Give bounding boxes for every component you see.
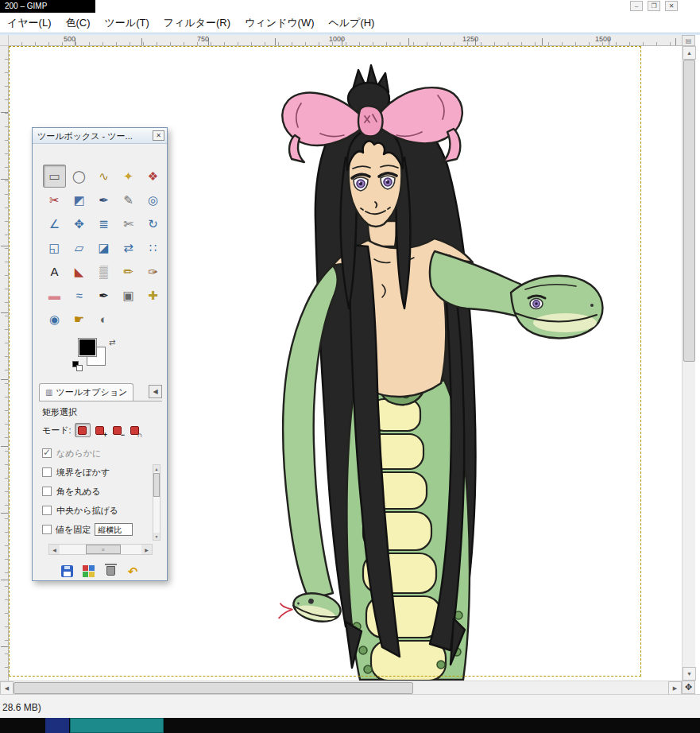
ink-tool[interactable]: ✒ <box>92 284 115 307</box>
scroll-up-button[interactable]: ▲ <box>683 46 696 60</box>
shear-tool[interactable]: ▱ <box>68 236 91 259</box>
menu-item[interactable]: ツール(T) <box>98 14 157 33</box>
tool-icon: ✑ <box>148 266 158 277</box>
minimize-button[interactable]: – <box>630 1 643 11</box>
taskbar-item[interactable] <box>70 718 164 733</box>
scroll-up-button[interactable]: ▲ <box>153 465 160 472</box>
vertical-scrollbar[interactable]: ▲ ▼ <box>682 46 695 681</box>
vertical-scroll-thumb[interactable] <box>683 60 695 362</box>
flip-tool[interactable]: ⇄ <box>117 236 140 259</box>
paths-tool[interactable]: ✒ <box>92 188 115 211</box>
dock-collapse-button[interactable]: ◀ <box>149 385 162 398</box>
close-button[interactable]: ✕ <box>665 1 678 11</box>
eraser-tool[interactable]: ▬ <box>43 284 66 307</box>
tab-tool-options[interactable]: ▥ ツールオプション <box>39 383 133 401</box>
clone-tool[interactable]: ▣ <box>117 284 140 307</box>
cage-transform-tool[interactable]: ∷ <box>141 236 164 259</box>
blur-tool[interactable]: ◉ <box>43 308 66 331</box>
checkbox[interactable] <box>42 487 52 496</box>
default-colors-icon[interactable] <box>72 361 83 371</box>
perspective-tool[interactable]: ◪ <box>92 236 115 259</box>
crop-tool[interactable]: ✄ <box>117 212 140 235</box>
fixed-checkbox[interactable] <box>42 525 52 534</box>
restore-button[interactable]: ❐ <box>648 1 660 11</box>
toolbox-close-button[interactable]: ✕ <box>153 130 164 141</box>
vertical-ruler[interactable] <box>0 46 9 681</box>
options-scroll-thumb[interactable] <box>153 473 160 497</box>
move-tool[interactable]: ✥ <box>68 212 91 235</box>
taskbar-item[interactable] <box>45 718 69 733</box>
delete-options-button[interactable] <box>102 563 119 579</box>
menu-item[interactable]: ヘルプ(H) <box>321 14 381 33</box>
rotate-tool[interactable]: ↻ <box>141 212 164 235</box>
bucket-fill-tool[interactable]: ◣ <box>68 260 91 283</box>
options-vertical-scrollbar[interactable]: ▲ ▼ <box>153 464 160 541</box>
free-select-tool[interactable]: ∿ <box>92 165 115 188</box>
scroll-right-button[interactable]: ▶ <box>141 545 152 554</box>
horizontal-ruler[interactable]: 500750100012501500 <box>9 35 682 46</box>
airbrush-tool[interactable]: ≈ <box>68 284 91 307</box>
tool-icon: ∷ <box>149 242 157 254</box>
tool-option-row[interactable]: なめらかに <box>41 444 151 463</box>
gradient-tool[interactable]: ▒ <box>92 260 115 283</box>
scroll-right-button[interactable]: ▶ <box>668 681 682 695</box>
menu-item[interactable]: 色(C) <box>59 14 98 33</box>
toolbox-title-bar[interactable]: ツールボックス - ツー... ✕ <box>33 128 167 144</box>
zoom-tool[interactable]: ◎ <box>141 188 164 211</box>
swap-colors-icon[interactable]: ⇄ <box>109 338 115 347</box>
mode-replace-button[interactable] <box>75 423 91 437</box>
scissors-select-tool[interactable]: ✂ <box>43 188 66 211</box>
scroll-left-button[interactable]: ◀ <box>0 681 14 695</box>
scroll-down-button[interactable]: ▼ <box>683 667 696 681</box>
tool-option-row[interactable]: 角を丸める <box>41 482 151 501</box>
options-hscroll-thumb[interactable]: ≡ <box>86 545 121 554</box>
image-menu-button[interactable]: ▤ <box>682 35 695 46</box>
tool-option-row[interactable]: 境界をぼかす <box>41 463 151 482</box>
mode-add-button[interactable]: + <box>92 423 108 437</box>
foreground-select-tool[interactable]: ◩ <box>68 188 91 211</box>
rect-select-tool[interactable]: ▭ <box>43 165 66 188</box>
pan-view-button[interactable]: ✥ <box>682 681 695 694</box>
tool-option-row[interactable]: 中央から拡げる <box>41 501 151 520</box>
smudge-tool[interactable]: ☛ <box>68 308 91 331</box>
tool-options-tab-label: ツールオプション <box>56 386 127 398</box>
tool-icon: ✎ <box>123 194 133 206</box>
align-tool[interactable]: ≣ <box>92 212 115 235</box>
menu-item[interactable]: フィルター(R) <box>157 14 238 33</box>
checkbox[interactable] <box>42 506 52 515</box>
tool-icon: ◱ <box>48 242 60 254</box>
horizontal-scroll-thumb[interactable] <box>14 682 413 694</box>
text-tool[interactable]: A <box>43 260 66 283</box>
mode-mark: − <box>121 431 125 439</box>
mode-intersect-button[interactable]: ∩ <box>127 423 143 437</box>
ellipse-select-tool[interactable]: ◯ <box>68 165 91 188</box>
pencil-tool[interactable]: ✏ <box>117 260 140 283</box>
scale-tool[interactable]: ◱ <box>43 236 66 259</box>
title-bar: 200 – GIMP –❐✕ <box>0 0 700 13</box>
ruler-label: 1250 <box>462 35 478 43</box>
checkbox[interactable] <box>42 467 52 477</box>
fixed-value-dropdown[interactable]: 縦横比 <box>95 523 133 536</box>
scroll-left-button[interactable]: ◀ <box>49 545 60 554</box>
tool-icon: ◣ <box>75 266 84 277</box>
reset-options-button[interactable]: ↶ <box>124 563 141 579</box>
checkbox-label: 境界をぼかす <box>56 467 110 479</box>
checkbox[interactable] <box>42 448 52 458</box>
save-options-button[interactable] <box>58 563 75 579</box>
fuzzy-select-tool[interactable]: ✦ <box>117 165 140 188</box>
menu-item[interactable]: イヤー(L) <box>0 14 59 33</box>
select-by-color-tool[interactable]: ❖ <box>141 165 164 188</box>
options-horizontal-scrollbar[interactable]: ◀ ≡ ▶ <box>48 544 153 555</box>
mode-subtract-button[interactable]: − <box>110 423 126 437</box>
dodge-burn-tool[interactable]: ◐ <box>92 308 115 331</box>
color-picker-tool[interactable]: ✎ <box>117 188 140 211</box>
heal-tool[interactable]: ✚ <box>141 284 164 307</box>
measure-tool[interactable]: ∠ <box>43 212 66 235</box>
menu-item[interactable]: ウィンドウ(W) <box>238 14 321 33</box>
paintbrush-tool[interactable]: ✑ <box>141 260 164 283</box>
foreground-color-swatch[interactable] <box>78 338 97 357</box>
scroll-down-button[interactable]: ▼ <box>153 533 160 540</box>
toolbox-window[interactable]: ツールボックス - ツー... ✕ ▭ ◯ ∿ ✦ ❖ ✂ ◩ <box>32 127 168 581</box>
restore-options-button[interactable] <box>80 563 98 579</box>
horizontal-scrollbar[interactable]: ◀ ▶ <box>0 681 682 694</box>
